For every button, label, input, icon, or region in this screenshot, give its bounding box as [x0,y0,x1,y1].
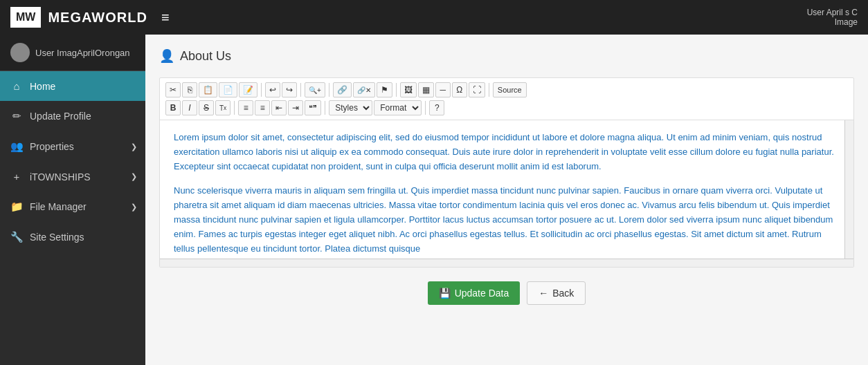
wrench-icon: 🔧 [10,231,23,243]
top-header: MW Megaworld ≡ User April s C Image [0,0,868,35]
ordered-list-button[interactable]: ≡ [238,100,253,115]
header-user-image: Image [835,17,858,27]
help-button[interactable]: ? [429,100,444,115]
toolbar-sep-6 [234,101,235,115]
sidebar-nav: ⌂ Home ✏ Update Profile 👥 Properties ❯ +… [0,71,145,252]
person-icon: 👤 [159,48,174,64]
page-title: About Us [180,49,231,64]
italic-button[interactable]: I [182,100,197,115]
chevron-right-icon: ❯ [131,142,137,151]
sidebar-label-home: Home [30,81,55,92]
sidebar: User ImagAprilOrongan ⌂ Home ✏ Update Pr… [0,35,145,365]
sidebar-user: User ImagAprilOrongan [0,35,145,71]
chevron-right-icon3: ❯ [131,203,137,212]
unordered-list-button[interactable]: ≡ [255,100,270,115]
editor-paragraph-1: Lorem ipsum dolor sit amet, consectetur … [174,131,840,174]
editor-scroll-wrap: Lorem ipsum dolor sit amet, consectetur … [160,120,853,259]
update-data-button[interactable]: 💾 Update Data [428,281,521,305]
editor-box: ✂ ⎘ 📋 📄 📝 ↩ ↪ 🔍+ 🔗 🔗✕ ⚑ 🖼 ▦ [159,77,854,268]
maximize-button[interactable]: ⛶ [469,82,485,97]
page-header: 👤 About Us [159,48,854,64]
editor-horizontal-scrollbar[interactable] [160,259,853,267]
back-button[interactable]: ← Back [527,281,586,305]
paste-text-button[interactable]: 📄 [219,82,237,97]
plus-icon: + [10,171,23,182]
find-button[interactable]: 🔍+ [305,82,325,97]
copy-button[interactable]: ⎘ [182,82,197,97]
toolbar-sep-1 [261,83,262,97]
header-user-label: User April s C [807,8,858,17]
sidebar-item-file-manager[interactable]: 📁 File Manager ❯ [0,191,145,222]
bold-button[interactable]: B [165,100,181,115]
toolbar-row-2: B I S Tx ≡ ≡ ⇤ ⇥ ❝❞ Styles Format [165,100,848,115]
sidebar-label-itownships: iTOWNSHIPS [30,171,91,182]
editor-content[interactable]: Lorem ipsum dolor sit amet, consectetur … [160,120,853,259]
back-label: Back [552,288,574,299]
link-button[interactable]: 🔗 [333,82,352,97]
sidebar-username: User ImagAprilOrongan [35,48,130,58]
outdent-button[interactable]: ⇤ [271,100,287,115]
sidebar-item-home[interactable]: ⌂ Home [0,71,145,101]
toolbar-sep-4 [396,83,397,97]
anchor-button[interactable]: ⚑ [377,82,392,97]
toolbar-row-1: ✂ ⎘ 📋 📄 📝 ↩ ↪ 🔍+ 🔗 🔗✕ ⚑ 🖼 ▦ [165,82,848,97]
toolbar-sep-5 [489,83,489,97]
blockquote-button[interactable]: ❝❞ [305,100,321,115]
styles-select[interactable]: Styles [329,100,372,115]
editor-toolbar: ✂ ⎘ 📋 📄 📝 ↩ ↪ 🔍+ 🔗 🔗✕ ⚑ 🖼 ▦ [160,78,853,120]
source-button[interactable]: Source [493,82,527,97]
sidebar-label-properties: Properties [30,141,74,152]
main-content: 👤 About Us ✂ ⎘ 📋 📄 📝 ↩ ↪ 🔍+ [145,35,868,365]
sidebar-item-properties[interactable]: 👥 Properties ❯ [0,131,145,162]
cut-button[interactable]: ✂ [165,82,181,97]
strikethrough-button[interactable]: S [199,100,214,115]
people-icon: 👥 [10,140,23,153]
format-select[interactable]: Format [374,100,422,115]
avatar [10,43,30,62]
unlink-button[interactable]: 🔗✕ [353,82,375,97]
sidebar-label-update-profile: Update Profile [30,111,91,122]
subscript-button[interactable]: Tx [215,100,230,115]
sidebar-label-site-settings: Site Settings [30,232,84,243]
editor-paragraph-2: Nunc scelerisque viverra mauris in aliqu… [174,184,840,256]
floppy-icon: 💾 [439,288,451,299]
toolbar-sep-7 [325,101,325,115]
back-arrow-icon: ← [539,288,548,299]
redo-button[interactable]: ↪ [282,82,297,97]
toolbar-sep-3 [329,83,329,97]
image-button[interactable]: 🖼 [400,82,417,97]
logo-text: Megaworld [48,10,147,26]
special-char-button[interactable]: Ω [452,82,467,97]
hline-button[interactable]: ─ [435,82,451,97]
sidebar-label-file-manager: File Manager [30,201,87,212]
user-info-header: User April s C Image [807,0,858,35]
logo-abbr: MW [16,11,35,24]
update-label: Update Data [455,288,509,299]
undo-button[interactable]: ↩ [265,82,280,97]
main-layout: User ImagAprilOrongan ⌂ Home ✏ Update Pr… [0,35,868,365]
sidebar-item-update-profile[interactable]: ✏ Update Profile [0,101,145,131]
home-icon: ⌂ [10,80,23,92]
indent-button[interactable]: ⇥ [288,100,303,115]
folder-icon: 📁 [10,200,23,213]
sidebar-item-itownships[interactable]: + iTOWNSHIPS ❯ [0,162,145,191]
hamburger-icon[interactable]: ≡ [161,10,170,26]
toolbar-sep-8 [425,101,426,115]
action-bar: 💾 Update Data ← Back [159,281,854,305]
paste-button[interactable]: 📋 [199,82,217,97]
logo-box: MW [10,7,41,28]
chevron-right-icon2: ❯ [131,172,137,181]
pencil-icon: ✏ [10,110,23,122]
sidebar-item-site-settings[interactable]: 🔧 Site Settings [0,222,145,252]
logo: MW Megaworld [10,7,147,28]
toolbar-sep-2 [300,83,301,97]
table-button[interactable]: ▦ [418,82,434,97]
paste-word-button[interactable]: 📝 [239,82,257,97]
